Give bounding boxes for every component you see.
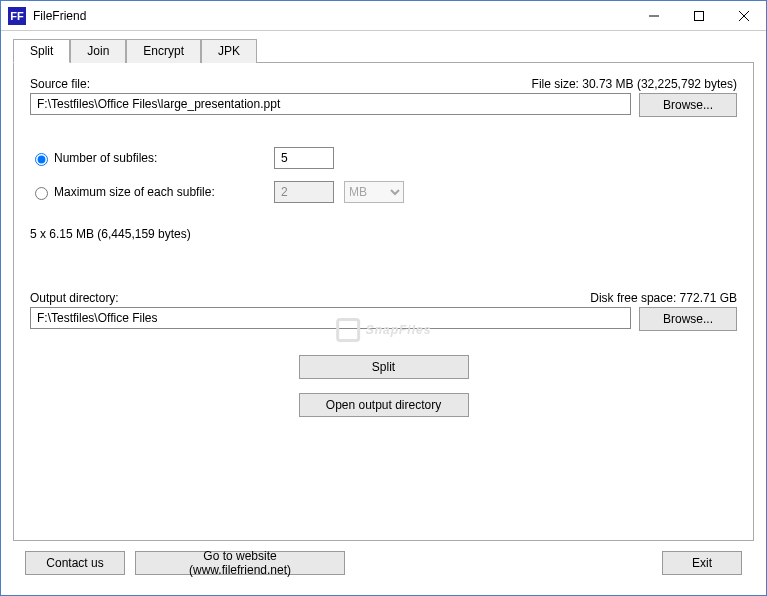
output-directory-label: Output directory: <box>30 291 119 305</box>
output-row: Browse... <box>30 307 737 331</box>
open-output-button[interactable]: Open output directory <box>299 393 469 417</box>
minimize-button[interactable] <box>631 1 676 30</box>
radio-number-label: Number of subfiles: <box>54 151 274 165</box>
tab-jpk[interactable]: JPK <box>201 39 257 63</box>
window: FF FileFriend Split Join Encrypt JPK Sna… <box>0 0 767 596</box>
radio-number-subfiles[interactable] <box>35 153 48 166</box>
svg-rect-1 <box>694 11 703 20</box>
radio-maxsize-label: Maximum size of each subfile: <box>54 185 274 199</box>
titlebar: FF FileFriend <box>1 1 766 31</box>
radio-row-number: Number of subfiles: <box>30 147 737 169</box>
disk-space-label: Disk free space: 772.71 GB <box>590 291 737 305</box>
action-buttons: Split Open output directory <box>30 355 737 417</box>
output-directory-input[interactable] <box>30 307 631 329</box>
radio-maxsize[interactable] <box>35 187 48 200</box>
split-button[interactable]: Split <box>299 355 469 379</box>
window-title: FileFriend <box>33 9 631 23</box>
contact-button[interactable]: Contact us <box>25 551 125 575</box>
split-panel: SnapFiles Source file: File size: 30.73 … <box>13 62 754 541</box>
source-row: Browse... <box>30 93 737 117</box>
browse-source-button[interactable]: Browse... <box>639 93 737 117</box>
source-file-input[interactable] <box>30 93 631 115</box>
close-button[interactable] <box>721 1 766 30</box>
spacer <box>355 551 652 575</box>
source-label-row: Source file: File size: 30.73 MB (32,225… <box>30 77 737 91</box>
split-result-text: 5 x 6.15 MB (6,445,159 bytes) <box>30 227 737 241</box>
maxsize-input <box>274 181 334 203</box>
exit-button[interactable]: Exit <box>662 551 742 575</box>
tab-encrypt[interactable]: Encrypt <box>126 39 201 63</box>
output-section: Output directory: Disk free space: 772.7… <box>30 291 737 331</box>
source-file-label: Source file: <box>30 77 90 91</box>
maximize-button[interactable] <box>676 1 721 30</box>
browse-output-button[interactable]: Browse... <box>639 307 737 331</box>
radio-row-maxsize: Maximum size of each subfile: MB <box>30 181 737 203</box>
tab-split[interactable]: Split <box>13 39 70 63</box>
tab-join[interactable]: Join <box>70 39 126 63</box>
output-label-row: Output directory: Disk free space: 772.7… <box>30 291 737 305</box>
maxsize-unit-select: MB <box>344 181 404 203</box>
file-size-label: File size: 30.73 MB (32,225,792 bytes) <box>532 77 737 91</box>
content-area: Split Join Encrypt JPK SnapFiles Source … <box>1 31 766 595</box>
window-controls <box>631 1 766 30</box>
app-icon: FF <box>7 6 27 26</box>
bottom-bar: Contact us Go to website (www.filefriend… <box>13 541 754 585</box>
tab-bar: Split Join Encrypt JPK <box>13 39 754 62</box>
number-subfiles-input[interactable] <box>274 147 334 169</box>
website-button[interactable]: Go to website (www.filefriend.net) <box>135 551 345 575</box>
